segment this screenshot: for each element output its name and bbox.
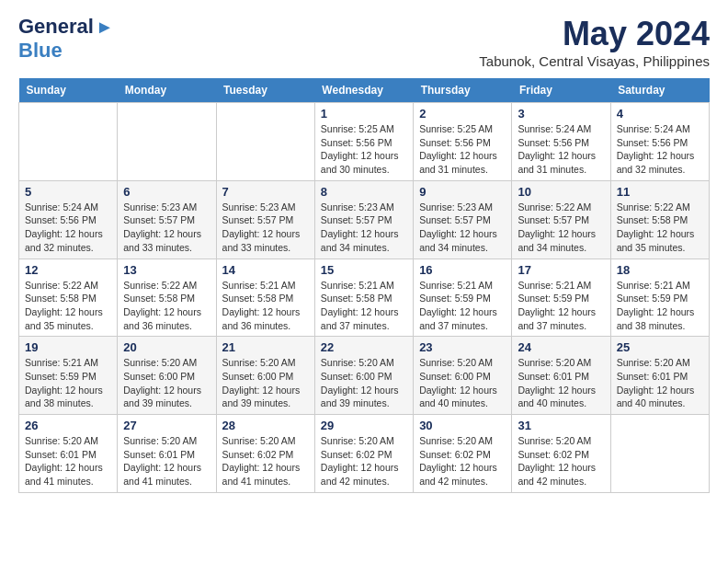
day-info: Sunrise: 5:22 AMSunset: 5:58 PMDaylight:…: [123, 279, 210, 333]
day-info: Sunrise: 5:24 AMSunset: 5:56 PMDaylight:…: [25, 201, 111, 255]
day-info: Sunrise: 5:25 AMSunset: 5:56 PMDaylight:…: [321, 122, 407, 177]
day-info: Sunrise: 5:22 AMSunset: 5:58 PMDaylight:…: [617, 201, 703, 255]
day-number: 11: [617, 185, 703, 199]
calendar-cell: 31Sunrise: 5:20 AMSunset: 6:02 PMDayligh…: [512, 415, 610, 493]
calendar-cell: 18Sunrise: 5:21 AMSunset: 5:59 PMDayligh…: [610, 259, 709, 337]
day-info: Sunrise: 5:20 AMSunset: 6:02 PMDaylight:…: [321, 434, 407, 488]
day-number: 14: [222, 263, 309, 277]
day-number: 17: [518, 263, 604, 277]
day-number: 15: [321, 263, 407, 277]
calendar-table: SundayMondayTuesdayWednesdayThursdayFrid…: [18, 78, 710, 493]
day-number: 16: [419, 263, 506, 277]
calendar-cell: 7Sunrise: 5:23 AMSunset: 5:57 PMDaylight…: [216, 180, 314, 259]
header-wednesday: Wednesday: [314, 78, 413, 103]
day-info: Sunrise: 5:22 AMSunset: 5:58 PMDaylight:…: [25, 279, 111, 333]
calendar-cell: 16Sunrise: 5:21 AMSunset: 5:59 PMDayligh…: [414, 259, 512, 337]
calendar-cell: [610, 415, 709, 493]
day-info: Sunrise: 5:20 AMSunset: 6:01 PMDaylight:…: [617, 356, 703, 410]
day-info: Sunrise: 5:20 AMSunset: 6:02 PMDaylight:…: [222, 434, 309, 488]
header-row: SundayMondayTuesdayWednesdayThursdayFrid…: [19, 78, 710, 103]
calendar-cell: 2Sunrise: 5:25 AMSunset: 5:56 PMDaylight…: [414, 103, 512, 181]
calendar-cell: 20Sunrise: 5:20 AMSunset: 6:00 PMDayligh…: [118, 337, 216, 415]
calendar-cell: 26Sunrise: 5:20 AMSunset: 6:01 PMDayligh…: [19, 415, 118, 493]
day-number: 2: [419, 107, 506, 121]
calendar-cell: 1Sunrise: 5:25 AMSunset: 5:56 PMDaylight…: [314, 103, 413, 181]
day-number: 26: [25, 419, 111, 432]
header-thursday: Thursday: [414, 78, 512, 103]
logo-bird-icon: ►: [96, 17, 114, 38]
calendar-week-2: 5Sunrise: 5:24 AMSunset: 5:56 PMDaylight…: [19, 180, 710, 259]
day-number: 7: [222, 185, 309, 199]
calendar-cell: 24Sunrise: 5:20 AMSunset: 6:01 PMDayligh…: [512, 337, 610, 415]
day-number: 23: [419, 340, 506, 354]
day-number: 30: [419, 419, 506, 432]
calendar-cell: 13Sunrise: 5:22 AMSunset: 5:58 PMDayligh…: [118, 259, 216, 337]
calendar-cell: 19Sunrise: 5:21 AMSunset: 5:59 PMDayligh…: [19, 337, 118, 415]
day-number: 22: [321, 340, 407, 354]
day-info: Sunrise: 5:20 AMSunset: 6:00 PMDaylight:…: [419, 356, 506, 410]
day-info: Sunrise: 5:21 AMSunset: 5:59 PMDaylight:…: [518, 279, 604, 333]
day-number: 20: [123, 340, 210, 354]
day-number: 31: [518, 419, 604, 432]
day-number: 8: [321, 185, 407, 199]
day-info: Sunrise: 5:21 AMSunset: 5:58 PMDaylight:…: [321, 279, 407, 333]
calendar-cell: 10Sunrise: 5:22 AMSunset: 5:57 PMDayligh…: [512, 180, 610, 259]
title-section: May 2024 Tabunok, Central Visayas, Phili…: [479, 15, 710, 69]
day-info: Sunrise: 5:21 AMSunset: 5:59 PMDaylight:…: [25, 356, 111, 410]
calendar-cell: 14Sunrise: 5:21 AMSunset: 5:58 PMDayligh…: [216, 259, 314, 337]
day-info: Sunrise: 5:20 AMSunset: 6:00 PMDaylight:…: [321, 356, 407, 410]
day-info: Sunrise: 5:20 AMSunset: 6:01 PMDaylight:…: [518, 356, 604, 410]
day-number: 25: [617, 340, 703, 354]
day-info: Sunrise: 5:21 AMSunset: 5:59 PMDaylight:…: [617, 279, 703, 333]
calendar-cell: 6Sunrise: 5:23 AMSunset: 5:57 PMDaylight…: [118, 180, 216, 259]
day-info: Sunrise: 5:24 AMSunset: 5:56 PMDaylight:…: [518, 122, 604, 177]
logo-general-text: General: [18, 15, 94, 39]
day-info: Sunrise: 5:23 AMSunset: 5:57 PMDaylight:…: [321, 201, 407, 255]
calendar-week-4: 19Sunrise: 5:21 AMSunset: 5:59 PMDayligh…: [19, 337, 710, 415]
day-number: 9: [419, 185, 506, 199]
day-info: Sunrise: 5:25 AMSunset: 5:56 PMDaylight:…: [419, 122, 506, 177]
calendar-cell: 15Sunrise: 5:21 AMSunset: 5:58 PMDayligh…: [314, 259, 413, 337]
day-number: 18: [617, 263, 703, 277]
header-friday: Friday: [512, 78, 610, 103]
day-number: 28: [222, 419, 309, 432]
day-number: 1: [321, 107, 407, 121]
header-saturday: Saturday: [610, 78, 709, 103]
day-number: 24: [518, 340, 604, 354]
calendar-cell: 28Sunrise: 5:20 AMSunset: 6:02 PMDayligh…: [216, 415, 314, 493]
day-number: 19: [25, 340, 111, 354]
day-number: 21: [222, 340, 309, 354]
calendar-week-1: 1Sunrise: 5:25 AMSunset: 5:56 PMDaylight…: [19, 103, 710, 181]
day-info: Sunrise: 5:20 AMSunset: 6:00 PMDaylight:…: [222, 356, 309, 410]
day-info: Sunrise: 5:22 AMSunset: 5:57 PMDaylight:…: [518, 201, 604, 255]
calendar-cell: 8Sunrise: 5:23 AMSunset: 5:57 PMDaylight…: [314, 180, 413, 259]
month-title: May 2024: [479, 15, 710, 53]
day-number: 27: [123, 419, 210, 432]
calendar-cell: 27Sunrise: 5:20 AMSunset: 6:01 PMDayligh…: [118, 415, 216, 493]
logo-blue-text: Blue: [18, 39, 63, 63]
calendar-cell: 30Sunrise: 5:20 AMSunset: 6:02 PMDayligh…: [414, 415, 512, 493]
calendar-cell: 3Sunrise: 5:24 AMSunset: 5:56 PMDaylight…: [512, 103, 610, 181]
calendar-cell: [19, 103, 118, 181]
calendar-cell: 17Sunrise: 5:21 AMSunset: 5:59 PMDayligh…: [512, 259, 610, 337]
header-monday: Monday: [118, 78, 216, 103]
day-number: 3: [518, 107, 604, 121]
day-number: 12: [25, 263, 111, 277]
day-info: Sunrise: 5:20 AMSunset: 6:01 PMDaylight:…: [25, 434, 111, 488]
calendar-cell: 12Sunrise: 5:22 AMSunset: 5:58 PMDayligh…: [19, 259, 118, 337]
calendar-cell: 4Sunrise: 5:24 AMSunset: 5:56 PMDaylight…: [610, 103, 709, 181]
day-info: Sunrise: 5:23 AMSunset: 5:57 PMDaylight:…: [123, 201, 210, 255]
header-sunday: Sunday: [19, 78, 118, 103]
day-info: Sunrise: 5:20 AMSunset: 6:02 PMDaylight:…: [419, 434, 506, 488]
calendar-cell: [118, 103, 216, 181]
day-number: 6: [123, 185, 210, 199]
day-info: Sunrise: 5:21 AMSunset: 5:58 PMDaylight:…: [222, 279, 309, 333]
calendar-week-5: 26Sunrise: 5:20 AMSunset: 6:01 PMDayligh…: [19, 415, 710, 493]
calendar-cell: 22Sunrise: 5:20 AMSunset: 6:00 PMDayligh…: [314, 337, 413, 415]
calendar-cell: 25Sunrise: 5:20 AMSunset: 6:01 PMDayligh…: [610, 337, 709, 415]
logo: General ► Blue: [18, 15, 114, 63]
day-info: Sunrise: 5:21 AMSunset: 5:59 PMDaylight:…: [419, 279, 506, 333]
calendar-week-3: 12Sunrise: 5:22 AMSunset: 5:58 PMDayligh…: [19, 259, 710, 337]
day-info: Sunrise: 5:20 AMSunset: 6:00 PMDaylight:…: [123, 356, 210, 410]
day-number: 29: [321, 419, 407, 432]
